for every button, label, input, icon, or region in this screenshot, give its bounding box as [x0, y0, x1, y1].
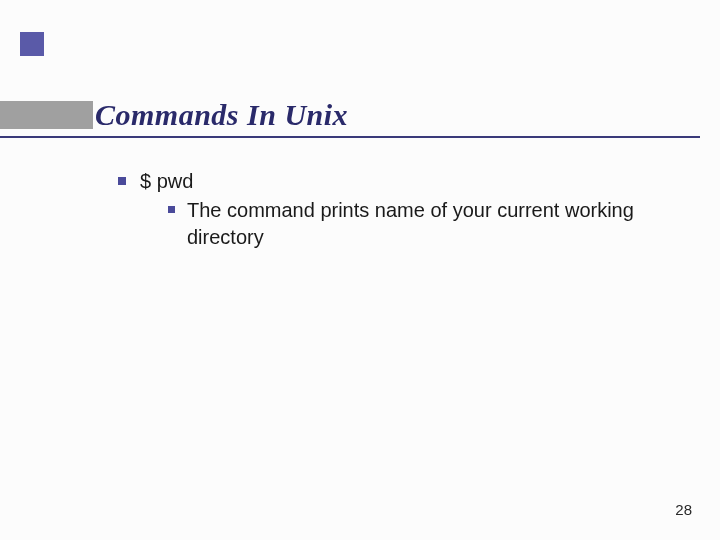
bullet-1-text: $ pwd	[140, 170, 193, 192]
slide-content: $ pwd The command prints name of your cu…	[0, 138, 720, 251]
bullet-level-1: $ pwd The command prints name of your cu…	[118, 168, 680, 251]
bullet-icon	[118, 177, 126, 185]
bullet-icon	[168, 206, 175, 213]
title-purple-accent	[20, 32, 44, 56]
slide-header: Commands In Unix	[0, 0, 720, 138]
slide-title: Commands In Unix	[0, 98, 348, 132]
bullet-text-wrapper: $ pwd The command prints name of your cu…	[140, 168, 680, 251]
bullet-level-2: The command prints name of your current …	[168, 197, 680, 251]
sub-bullet-1-text: The command prints name of your current …	[187, 197, 680, 251]
page-number: 28	[675, 501, 692, 518]
sub-bullet-list: The command prints name of your current …	[140, 197, 680, 251]
title-bar: Commands In Unix	[0, 92, 720, 138]
